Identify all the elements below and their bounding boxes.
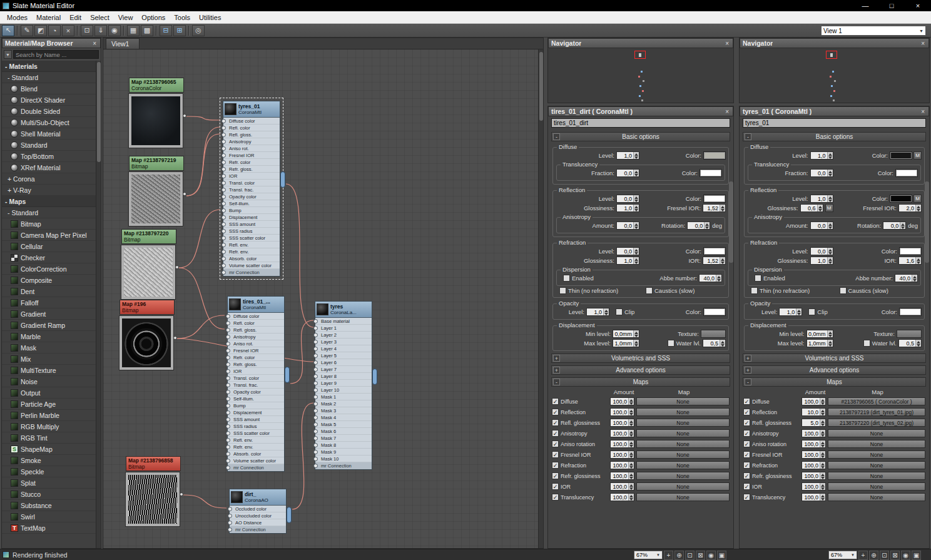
input-slot[interactable]: Diffuse color — [223, 118, 280, 125]
spin-up-icon[interactable] — [828, 153, 832, 156]
spin-down-icon[interactable] — [634, 344, 638, 347]
menu-select[interactable]: Select — [86, 13, 114, 23]
collapse-icon[interactable]: + — [553, 367, 560, 374]
map-button[interactable]: None — [636, 419, 730, 427]
browser-item[interactable]: XRef Material — [2, 162, 101, 173]
spin-down-icon[interactable] — [917, 209, 920, 211]
output-connector[interactable] — [372, 369, 377, 385]
spin-down-icon[interactable] — [721, 344, 725, 347]
spin-down-icon[interactable] — [629, 424, 633, 426]
browser-item[interactable]: SShapeMap — [2, 444, 101, 455]
browser-item[interactable]: Marble — [2, 331, 101, 342]
spin-up-icon[interactable] — [629, 474, 633, 476]
browser-group-header[interactable]: + V-Ray — [2, 185, 101, 196]
spinner-arrows[interactable] — [827, 152, 833, 159]
spinner[interactable]: 0,0 — [810, 169, 833, 177]
layout-children[interactable]: ⊞ — [173, 25, 186, 36]
output-connector[interactable] — [175, 265, 179, 269]
checkbox-map-enable[interactable]: ✓ — [552, 440, 559, 447]
input-slot[interactable]: Mask 6 — [315, 428, 372, 435]
spin-up-icon[interactable] — [721, 341, 725, 344]
checkbox-map-enable[interactable]: ✓ — [552, 494, 559, 501]
spinner[interactable]: 10,0 — [801, 408, 826, 416]
checkbox-map-enable[interactable]: ✓ — [552, 419, 559, 426]
browser-item[interactable]: Mask — [2, 342, 101, 354]
input-slot[interactable]: Layer 8 — [315, 373, 372, 380]
spinner[interactable]: 40,0 — [895, 274, 918, 282]
color-swatch[interactable] — [895, 169, 918, 177]
spinner[interactable]: 1,0 — [616, 151, 639, 160]
spinner-arrows[interactable] — [827, 340, 833, 347]
zoom-icon[interactable]: ⊕ — [869, 551, 878, 560]
spin-down-icon[interactable] — [629, 466, 633, 469]
spin-up-icon[interactable] — [634, 249, 638, 252]
map-button[interactable]: 2138797220 (dirt_tyres_02.jpg) — [828, 419, 925, 427]
spin-up-icon[interactable] — [828, 196, 832, 199]
browser-item[interactable]: Gradient — [2, 308, 101, 320]
spinner[interactable]: 100,0 — [610, 472, 634, 480]
parameter-panel-header[interactable]: tyres_01 ( CoronaMtl )× — [740, 106, 929, 116]
input-slot[interactable]: AO Distance — [230, 519, 286, 526]
spin-up-icon[interactable] — [634, 258, 638, 261]
pan-icon[interactable]: + — [664, 551, 673, 560]
input-slot[interactable]: Bump — [228, 402, 284, 409]
browser-item[interactable]: Perlin Marble — [2, 410, 101, 421]
mr-connection-slot[interactable]: mr Connection — [230, 526, 286, 533]
spinner[interactable]: 1,0 — [810, 257, 833, 265]
spin-up-icon[interactable] — [821, 484, 825, 487]
spin-down-icon[interactable] — [821, 456, 825, 458]
put-to-library[interactable]: ⇓ — [94, 25, 107, 36]
checkbox-water-level[interactable] — [863, 340, 870, 347]
spin-down-icon[interactable] — [818, 209, 822, 211]
menu-options[interactable]: Options — [137, 13, 170, 23]
maximize-button[interactable]: □ — [878, 0, 905, 11]
spinner-arrows[interactable] — [827, 248, 833, 255]
map-button[interactable]: None — [636, 493, 730, 501]
spin-down-icon[interactable] — [634, 335, 638, 337]
input-slot[interactable]: Layer 7 — [315, 366, 372, 373]
browser-item[interactable]: Dent — [2, 286, 101, 297]
spin-up-icon[interactable] — [821, 410, 825, 412]
input-slot[interactable]: Refl. env. — [223, 242, 280, 248]
navigator-viewport-rect[interactable] — [826, 51, 837, 59]
input-slot[interactable]: Diffuse color — [228, 313, 284, 320]
map-button[interactable]: #2138796065 ( CoronaColor ) — [828, 397, 925, 405]
spin-down-icon[interactable] — [629, 498, 633, 501]
mr-connection-slot[interactable]: mr Connection — [315, 462, 372, 469]
spinner[interactable]: 0,0 — [810, 247, 833, 255]
input-slot[interactable]: Mask 9 — [315, 449, 372, 456]
spin-up-icon[interactable] — [821, 431, 825, 434]
spinner-arrows[interactable] — [628, 494, 634, 501]
parameter-panel-header[interactable]: tires_01_dirt ( CoronaMtl )× — [548, 106, 733, 116]
spin-down-icon[interactable] — [917, 262, 920, 264]
maximize-view-icon[interactable]: ▣ — [717, 551, 726, 560]
spin-down-icon[interactable] — [629, 413, 633, 415]
spin-up-icon[interactable] — [629, 442, 633, 444]
spinner[interactable]: 1,0mm — [806, 339, 833, 347]
spinner-arrows[interactable] — [633, 257, 639, 264]
spin-up-icon[interactable] — [913, 276, 917, 278]
pick-material-from-object[interactable]: ✎ — [21, 25, 33, 36]
spinner[interactable]: 0,5 — [703, 339, 726, 347]
spinner[interactable]: 0,0 — [616, 169, 639, 177]
spin-up-icon[interactable] — [629, 484, 633, 487]
spin-down-icon[interactable] — [821, 424, 825, 426]
input-slot[interactable]: Refl. env. — [228, 437, 284, 444]
input-slot[interactable]: Refl. color — [223, 125, 280, 131]
input-slot[interactable]: Refl. gloss. — [228, 327, 284, 333]
browser-item[interactable]: Speckle — [2, 466, 101, 477]
collapse-icon[interactable]: - — [745, 133, 751, 140]
texture-button[interactable] — [897, 330, 922, 338]
checkbox-water-level[interactable] — [668, 340, 674, 347]
spin-down-icon[interactable] — [821, 498, 825, 501]
spinner[interactable]: 100,0 — [610, 408, 634, 416]
spinner[interactable]: 100,0 — [801, 493, 826, 501]
spin-up-icon[interactable] — [821, 442, 825, 444]
spin-up-icon[interactable] — [721, 258, 725, 261]
checkbox-caustics[interactable] — [646, 287, 653, 294]
spinner-arrows[interactable] — [603, 308, 609, 315]
menu-tools[interactable]: Tools — [170, 13, 195, 23]
minimize-button[interactable]: — — [852, 0, 878, 11]
spinner[interactable]: 0,0mm — [613, 330, 639, 338]
spinner[interactable]: 1,52 — [703, 204, 726, 212]
